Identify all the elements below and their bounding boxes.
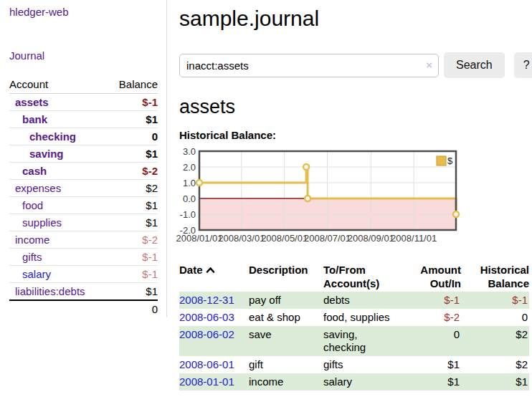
description-cell: income — [249, 373, 323, 390]
svg-text:2008/09/01: 2008/09/01 — [348, 233, 394, 244]
register-header-date-label: Date — [179, 264, 203, 276]
account-row: supplies$1 — [9, 214, 158, 231]
svg-text:2008/05/01: 2008/05/01 — [261, 233, 308, 244]
date-link[interactable]: 2008-01-01 — [179, 375, 234, 388]
svg-text:2008/01/01: 2008/01/01 — [176, 233, 222, 244]
account-link[interactable]: liabilities:debts — [9, 285, 85, 297]
account-balance: 0 — [108, 128, 158, 145]
balance-cell: 0 — [461, 309, 529, 326]
account-balance: $1 — [108, 145, 158, 163]
account-link[interactable]: supplies — [9, 216, 62, 229]
account-name-cell: expenses — [9, 180, 108, 197]
balance-cell: $2 — [461, 356, 529, 373]
account-link[interactable]: food — [9, 199, 43, 211]
date-cell: 2008-12-31 — [179, 292, 249, 309]
accounts-header-row: Account Balance — [9, 76, 158, 94]
accounts-body: assets$-1bank$1checking0saving$1cash$-2e… — [9, 94, 158, 301]
nav-journal-link[interactable]: Journal — [9, 49, 158, 62]
account-row: gifts$-1 — [9, 249, 158, 266]
app: hledger-web Journal Account Balance asse… — [0, 0, 532, 398]
account-row: expenses$2 — [9, 180, 158, 197]
sidebar: hledger-web Journal Account Balance asse… — [0, 0, 167, 317]
account-name-cell: salary — [9, 266, 108, 283]
balance-cell: $-1 — [461, 292, 529, 309]
amount-cell: $1 — [404, 356, 461, 373]
description-cell: eat & shop — [249, 309, 323, 326]
search-form: × Search ? — [179, 52, 532, 78]
register-header-amount: Amount Out/In — [404, 262, 461, 292]
description-cell: gift — [249, 356, 323, 373]
account-link[interactable]: checking — [9, 130, 76, 143]
sort-ascending-icon — [206, 267, 215, 274]
description-cell: pay off — [249, 292, 323, 309]
date-cell: 2008-06-03 — [179, 309, 249, 326]
amount-cell: 0 — [404, 326, 461, 356]
account-cell: food, supplies — [323, 309, 404, 326]
account-cell: debts — [323, 292, 404, 309]
register-row: 2008-06-01giftgifts$1$2 — [179, 356, 529, 373]
svg-text:2.0: 2.0 — [183, 162, 196, 173]
account-name-cell: bank — [9, 111, 108, 128]
clear-search-icon[interactable]: × — [426, 59, 432, 71]
svg-text:1.0: 1.0 — [183, 178, 196, 188]
amount-cell: $-2 — [404, 309, 461, 326]
register-header-account: To/From Account(s) — [323, 262, 404, 292]
search-input-wrap: × — [179, 54, 439, 77]
register-header-row: Date Description To/From Account(s) Amou… — [179, 262, 529, 292]
account-link[interactable]: saving — [9, 148, 64, 160]
account-name-cell: checking — [9, 128, 108, 145]
register-row: 2008-06-02savesaving,checking0$2 — [179, 326, 529, 356]
svg-text:2008/03/01: 2008/03/01 — [218, 233, 265, 244]
account-cell: gifts — [323, 356, 404, 373]
search-button[interactable]: Search — [444, 52, 505, 78]
account-cell: saving,checking — [323, 326, 404, 356]
chart-heading: Historical Balance: — [179, 129, 532, 141]
account-link[interactable]: income — [9, 234, 49, 246]
help-button[interactable]: ? — [514, 52, 532, 78]
account-name-cell: saving — [9, 145, 108, 163]
account-link[interactable]: bank — [9, 113, 47, 125]
accounts-total-row: 0 — [9, 300, 158, 317]
svg-text:$: $ — [447, 155, 453, 166]
date-link[interactable]: 2008-06-02 — [179, 328, 234, 340]
accounts-header-balance: Balance — [108, 76, 158, 94]
account-link[interactable]: expenses — [9, 182, 61, 194]
account-link[interactable]: cash — [9, 165, 47, 177]
svg-text:3.0: 3.0 — [183, 146, 196, 157]
brand-link[interactable]: hledger-web — [9, 6, 158, 18]
register-header-description: Description — [249, 262, 323, 292]
account-name-cell: liabilities:debts — [9, 283, 108, 301]
accounts-header-account: Account — [9, 76, 108, 94]
account-balance: $1 — [108, 214, 158, 231]
amount-cell: $1 — [404, 373, 461, 390]
account-name-cell: assets — [9, 94, 108, 111]
date-cell: 2008-06-02 — [179, 326, 249, 356]
account-balance: $-1 — [108, 266, 158, 283]
account-name-cell: food — [9, 197, 108, 214]
date-link[interactable]: 2008-06-01 — [179, 358, 234, 370]
account-link[interactable]: salary — [9, 268, 51, 280]
accounts-table: Account Balance assets$-1bank$1checking0… — [9, 76, 158, 317]
date-cell: 2008-06-01 — [179, 356, 249, 373]
register-row: 2008-01-01incomesalary$1$1 — [179, 373, 529, 390]
account-name-cell: cash — [9, 163, 108, 180]
date-link[interactable]: 2008-06-03 — [179, 311, 234, 323]
account-balance: $1 — [108, 111, 158, 128]
account-row: salary$-1 — [9, 266, 158, 283]
svg-text:2008/11/01: 2008/11/01 — [391, 233, 437, 244]
account-row: saving$1 — [9, 145, 158, 163]
account-row: assets$-1 — [9, 94, 158, 111]
account-link[interactable]: gifts — [9, 251, 42, 263]
account-name-cell: supplies — [9, 214, 108, 231]
balance-cell: $2 — [461, 326, 529, 356]
register-body: 2008-12-31pay offdebts$-1$-12008-06-03ea… — [179, 292, 529, 390]
svg-text:-1.0: -1.0 — [180, 209, 196, 220]
account-link[interactable]: assets — [9, 96, 49, 108]
date-link[interactable]: 2008-12-31 — [179, 294, 234, 306]
search-input[interactable] — [179, 54, 439, 77]
amount-cell: $-1 — [404, 292, 461, 309]
description-cell: save — [249, 326, 323, 356]
svg-text:2008/07/01: 2008/07/01 — [304, 233, 351, 244]
chart-container: $3.02.01.00.0-1.0-2.02008/01/012008/03/0… — [179, 148, 532, 246]
register-header-date[interactable]: Date — [179, 262, 249, 292]
